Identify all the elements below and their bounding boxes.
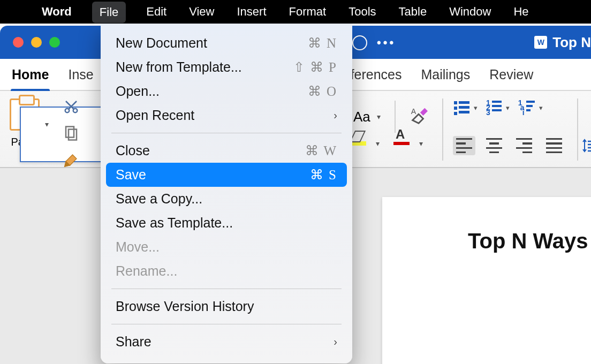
chevron-right-icon: › — [334, 109, 337, 122]
menu-file[interactable]: File — [92, 2, 126, 23]
bullet-list-button[interactable] — [454, 101, 469, 115]
document-page[interactable]: Top N Ways to Fix — [382, 197, 591, 364]
menu-tools[interactable]: Tools — [346, 0, 378, 24]
menu-help-partial[interactable]: He — [511, 0, 531, 24]
multilevel-list-button[interactable]: 1ai — [518, 101, 535, 115]
cut-icon[interactable] — [63, 98, 79, 117]
svg-text:A: A — [411, 107, 416, 116]
maximize-window-button[interactable] — [49, 37, 60, 48]
menu-item-move: Move... — [101, 235, 352, 259]
menu-item-close[interactable]: Close ⌘ W — [101, 139, 352, 163]
svg-rect-2 — [66, 127, 74, 138]
clipboard-icon — [10, 98, 40, 131]
menu-item-browse-version-history[interactable]: Browse Version History — [101, 294, 352, 318]
menu-window[interactable]: Window — [447, 0, 493, 24]
format-painter-icon[interactable] — [63, 152, 79, 170]
align-left-button[interactable] — [453, 136, 475, 155]
menu-item-open-recent[interactable]: Open Recent › — [101, 103, 352, 127]
chevron-right-icon: › — [334, 336, 337, 348]
align-center-button[interactable] — [483, 136, 505, 155]
svg-rect-3 — [69, 130, 77, 140]
highlight-color-button[interactable] — [350, 141, 366, 146]
menu-separator — [111, 289, 342, 289]
separator — [442, 98, 443, 161]
chevron-down-icon[interactable]: ▾ — [474, 104, 478, 112]
menu-item-new-from-template[interactable]: New from Template... ⇧ ⌘ P — [101, 55, 352, 79]
numbered-list-button[interactable]: 123 — [486, 101, 502, 115]
clear-formatting-icon[interactable]: A — [410, 107, 428, 127]
document-title: Top N — [552, 34, 591, 51]
file-menu-dropdown: New Document ⌘ N New from Template... ⇧ … — [101, 24, 352, 363]
macos-menubar: Word File Edit View Insert Format Tools … — [0, 0, 591, 24]
document-heading: Top N Ways to Fix — [468, 229, 591, 253]
font-color-button[interactable] — [393, 142, 410, 145]
chevron-down-icon[interactable]: ▾ — [376, 139, 380, 148]
line-spacing-button[interactable] — [582, 138, 591, 155]
chevron-down-icon[interactable]: ▾ — [45, 120, 49, 128]
align-justify-button[interactable] — [543, 136, 565, 155]
app-name[interactable]: Word — [40, 0, 74, 24]
menu-separator — [111, 133, 342, 133]
chevron-down-icon[interactable]: ▾ — [419, 139, 423, 148]
tab-insert-partial[interactable]: Inse — [68, 67, 93, 82]
menu-item-new-document[interactable]: New Document ⌘ N — [101, 31, 352, 55]
window-controls — [13, 37, 60, 48]
menu-item-save-as-template[interactable]: Save as Template... — [101, 211, 352, 235]
close-window-button[interactable] — [13, 37, 24, 48]
minimize-window-button[interactable] — [31, 37, 42, 48]
separator — [577, 98, 578, 161]
more-options-icon[interactable]: ••• — [377, 36, 396, 50]
menu-item-share[interactable]: Share › — [101, 330, 352, 354]
chevron-down-icon[interactable]: ▾ — [539, 104, 543, 112]
menu-separator — [111, 324, 342, 324]
menu-item-save[interactable]: Save ⌘ S — [106, 163, 347, 187]
menu-format[interactable]: Format — [287, 0, 329, 24]
menu-item-rename: Rename... — [101, 259, 352, 283]
paste-button[interactable]: ▾ Paste — [10, 98, 40, 148]
menu-edit[interactable]: Edit — [144, 0, 169, 24]
menu-insert[interactable]: Insert — [234, 0, 268, 24]
tab-mailings[interactable]: Mailings — [421, 67, 471, 82]
word-file-icon: W — [534, 36, 547, 49]
align-right-button[interactable] — [513, 136, 535, 155]
tab-review[interactable]: Review — [489, 67, 533, 82]
menu-view[interactable]: View — [187, 0, 216, 24]
chevron-down-icon[interactable]: ▾ — [506, 104, 510, 112]
change-case-button[interactable]: Aa — [353, 109, 370, 125]
copy-icon[interactable] — [63, 125, 79, 143]
chevron-down-icon[interactable]: ▾ — [377, 112, 381, 121]
tab-home[interactable]: Home — [12, 67, 49, 82]
menu-item-save-a-copy[interactable]: Save a Copy... — [101, 187, 352, 211]
menu-table[interactable]: Table — [397, 0, 429, 24]
menu-item-open[interactable]: Open... ⌘ O — [101, 79, 352, 103]
autosave-icon[interactable] — [352, 35, 367, 50]
